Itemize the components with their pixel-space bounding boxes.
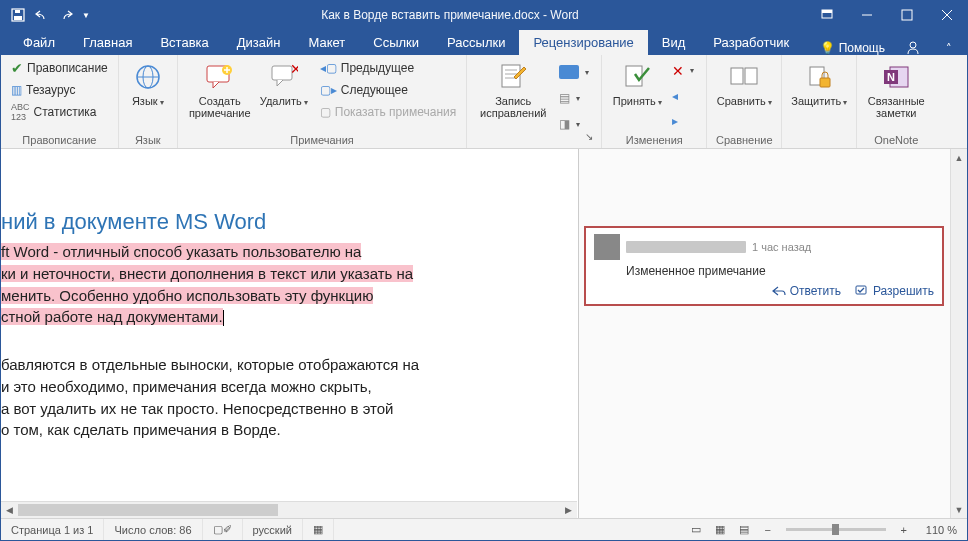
reply-button[interactable]: Ответить <box>772 284 841 298</box>
group-label-onenote: OneNote <box>863 134 929 148</box>
save-icon[interactable] <box>7 4 29 26</box>
pane-icon: ◨ <box>559 117 570 131</box>
compare-icon <box>728 61 760 93</box>
comment-text[interactable]: Измененное примечание <box>594 260 934 280</box>
vertical-scrollbar[interactable]: ▲ ▼ <box>950 149 967 518</box>
group-label-changes: Изменения <box>608 134 700 148</box>
next-change-button[interactable]: ▸ <box>668 110 698 132</box>
display-icon <box>559 65 579 79</box>
comment-author <box>626 241 746 253</box>
scroll-down-icon[interactable]: ▼ <box>951 501 967 518</box>
scroll-thumb[interactable] <box>18 504 278 516</box>
reject-button[interactable]: ✕▾ <box>668 60 698 82</box>
tell-me[interactable]: 💡Помощь <box>810 41 895 55</box>
language-button[interactable]: Язык▾ <box>125 57 171 134</box>
svg-rect-1 <box>14 16 22 20</box>
status-language[interactable]: русский <box>243 519 303 540</box>
window-title: Как в Ворде вставить примечание.docx - W… <box>93 8 807 22</box>
tab-home[interactable]: Главная <box>69 30 146 55</box>
document-page[interactable]: ний в документе MS Word ft Word - отличн… <box>1 149 579 518</box>
tab-mailings[interactable]: Рассылки <box>433 30 519 55</box>
stats-icon: ABC123 <box>11 102 30 122</box>
ribbon-tabs: Файл Главная Вставка Дизайн Макет Ссылки… <box>1 29 967 55</box>
status-proof[interactable]: ▢✐ <box>203 519 243 540</box>
horizontal-scrollbar[interactable]: ◀ ▶ <box>1 501 577 518</box>
close-icon[interactable] <box>927 1 967 29</box>
group-label-compare: Сравнение <box>713 134 775 148</box>
new-comment-icon <box>204 61 236 93</box>
maximize-icon[interactable] <box>887 1 927 29</box>
svg-rect-27 <box>820 78 830 87</box>
book-icon: ▥ <box>11 83 22 97</box>
reply-icon <box>772 285 786 297</box>
accept-icon <box>621 61 653 93</box>
stats-button[interactable]: ABC123Статистика <box>7 101 112 123</box>
tab-design[interactable]: Дизайн <box>223 30 295 55</box>
tracking-dialog-launcher[interactable]: ↘ <box>581 128 597 144</box>
next-change-icon: ▸ <box>672 114 678 128</box>
zoom-in-button[interactable]: + <box>892 520 916 540</box>
redo-icon[interactable] <box>55 4 77 26</box>
collapse-ribbon-icon[interactable]: ˄ <box>931 42 967 55</box>
svg-text:✕: ✕ <box>290 64 298 77</box>
scroll-up-icon[interactable]: ▲ <box>951 149 967 166</box>
highlighted-text: ft Word - отличный способ указать пользо… <box>1 243 413 325</box>
display-mode-dropdown[interactable]: ▾ <box>555 61 593 83</box>
prev-change-button[interactable]: ◂ <box>668 85 698 107</box>
share-icon[interactable] <box>895 39 931 55</box>
tab-insert[interactable]: Вставка <box>146 30 222 55</box>
onenote-icon: N <box>880 61 912 93</box>
zoom-level[interactable]: 110 % <box>916 519 967 540</box>
next-icon: ▢▸ <box>320 83 337 97</box>
protect-button[interactable]: Защитить▾ <box>788 57 850 134</box>
globe-icon <box>132 61 164 93</box>
group-label-protect <box>788 134 850 148</box>
zoom-slider[interactable] <box>786 528 886 531</box>
show-markup-dropdown[interactable]: ▤▾ <box>555 87 593 109</box>
qat-dropdown-icon[interactable]: ▼ <box>79 4 93 26</box>
undo-icon[interactable] <box>31 4 53 26</box>
text-cursor <box>223 310 224 326</box>
read-mode-icon[interactable]: ▭ <box>684 520 708 540</box>
ribbon-options-icon[interactable] <box>807 1 847 29</box>
tab-review[interactable]: Рецензирование <box>519 30 647 55</box>
thesaurus-button[interactable]: ▥Тезаурус <box>7 79 112 101</box>
scroll-left-icon[interactable]: ◀ <box>1 505 18 515</box>
zoom-thumb[interactable] <box>832 524 839 535</box>
spelling-button[interactable]: ✔Правописание <box>7 57 112 79</box>
tab-file[interactable]: Файл <box>9 30 69 55</box>
avatar <box>594 234 620 260</box>
print-layout-icon[interactable]: ▦ <box>708 520 732 540</box>
reject-icon: ✕ <box>672 63 684 79</box>
tab-layout[interactable]: Макет <box>294 30 359 55</box>
proof-icon: ▢✐ <box>213 523 232 536</box>
prev-comment-button[interactable]: ◂▢Предыдущее <box>316 57 461 79</box>
tab-developer[interactable]: Разработчик <box>699 30 803 55</box>
track-changes-button[interactable]: Запись исправлений <box>473 57 553 139</box>
tab-view[interactable]: Вид <box>648 30 700 55</box>
svg-text:N: N <box>887 71 895 83</box>
group-label-comments: Примечания <box>184 134 461 148</box>
onenote-button[interactable]: N Связанные заметки <box>863 57 929 134</box>
next-comment-button[interactable]: ▢▸Следующее <box>316 79 461 101</box>
tab-references[interactable]: Ссылки <box>359 30 433 55</box>
resolve-button[interactable]: Разрешить <box>855 284 934 298</box>
status-macro[interactable]: ▦ <box>303 519 334 540</box>
new-comment-button[interactable]: Создать примечание <box>184 57 256 134</box>
zoom-out-button[interactable]: − <box>756 520 780 540</box>
scroll-right-icon[interactable]: ▶ <box>560 505 577 515</box>
show-comments-button: ▢Показать примечания <box>316 101 461 123</box>
svg-rect-2 <box>15 10 20 13</box>
web-layout-icon[interactable]: ▤ <box>732 520 756 540</box>
status-words[interactable]: Число слов: 86 <box>104 519 202 540</box>
compare-button[interactable]: Сравнить▾ <box>713 57 775 134</box>
minimize-icon[interactable] <box>847 1 887 29</box>
status-bar: Страница 1 из 1 Число слов: 86 ▢✐ русски… <box>1 518 967 540</box>
show-comments-icon: ▢ <box>320 105 331 119</box>
svg-point-9 <box>910 42 916 48</box>
comment-balloon[interactable]: 1 час назад Измененное примечание Ответи… <box>585 227 943 305</box>
delete-comment-button[interactable]: ✕ Удалить▾ <box>256 57 312 134</box>
status-page[interactable]: Страница 1 из 1 <box>1 519 104 540</box>
accept-button[interactable]: Принять▾ <box>608 57 666 134</box>
svg-rect-6 <box>902 10 912 20</box>
